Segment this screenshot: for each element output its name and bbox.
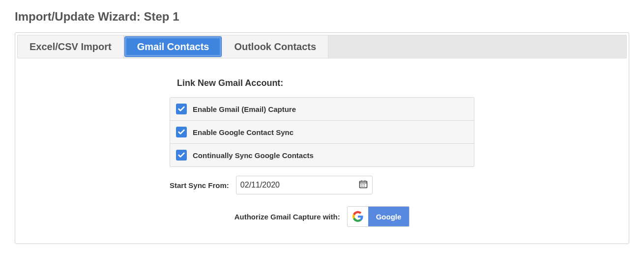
option-row-contact-sync: Enable Google Contact Sync	[170, 121, 474, 144]
tab-bar: Excel/CSV Import Gmail Contacts Outlook …	[17, 35, 627, 58]
page-title: Import/Update Wizard: Step 1	[15, 10, 629, 24]
date-input-wrap	[236, 176, 373, 194]
start-sync-row: Start Sync From:	[170, 176, 474, 194]
check-icon	[177, 128, 185, 136]
tab-excel-csv-import[interactable]: Excel/CSV Import	[18, 35, 124, 58]
checkbox-email-capture[interactable]	[176, 104, 187, 114]
check-icon	[177, 151, 185, 159]
options-table: Enable Gmail (Email) Capture Enable Goog…	[170, 97, 474, 167]
option-row-email-capture: Enable Gmail (Email) Capture	[170, 98, 474, 121]
google-button-label: Google	[368, 207, 410, 226]
calendar-icon[interactable]	[358, 179, 368, 191]
option-label: Enable Google Contact Sync	[193, 128, 293, 136]
checkbox-continual-sync[interactable]	[176, 150, 187, 161]
option-label: Continually Sync Google Contacts	[193, 151, 314, 160]
check-icon	[177, 105, 185, 113]
tab-content-gmail: Link New Gmail Account: Enable Gmail (Em…	[17, 58, 627, 242]
section-heading: Link New Gmail Account:	[177, 78, 482, 88]
google-auth-button[interactable]: Google	[347, 206, 410, 227]
wizard-card: Excel/CSV Import Gmail Contacts Outlook …	[15, 32, 629, 244]
authorize-label: Authorize Gmail Capture with:	[234, 213, 340, 221]
option-row-continual-sync: Continually Sync Google Contacts	[170, 144, 474, 166]
tab-outlook-contacts[interactable]: Outlook Contacts	[222, 35, 328, 58]
option-label: Enable Gmail (Email) Capture	[193, 105, 296, 113]
authorize-row: Authorize Gmail Capture with: Google	[170, 206, 474, 227]
start-sync-input[interactable]	[240, 181, 339, 189]
start-sync-label: Start Sync From:	[170, 181, 229, 189]
tab-gmail-contacts[interactable]: Gmail Contacts	[125, 37, 222, 56]
checkbox-contact-sync[interactable]	[176, 127, 187, 137]
google-logo-icon	[348, 207, 368, 226]
